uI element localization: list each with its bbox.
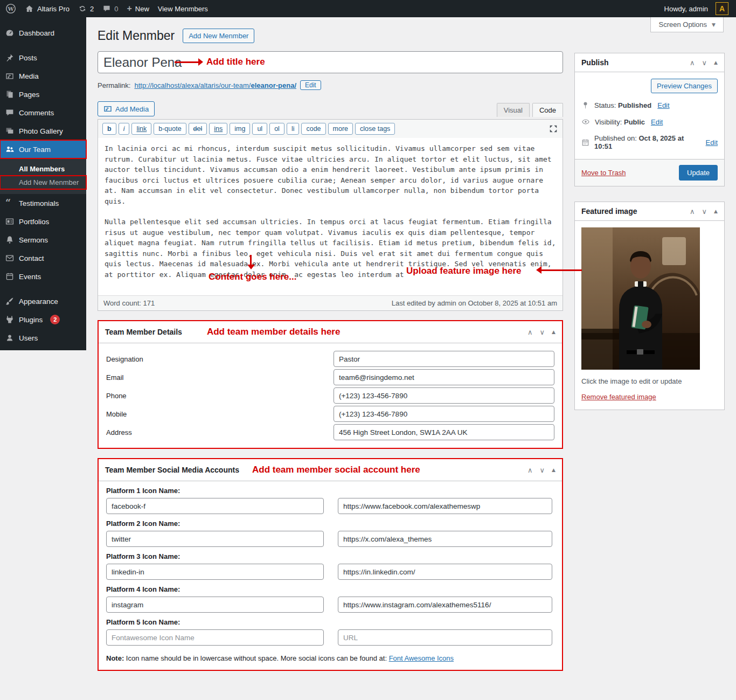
editor-status-bar: Word count: 171 Last edited by admin on … — [98, 295, 563, 310]
edit-published-link[interactable]: Edit — [706, 138, 718, 147]
screen-options-button[interactable]: Screen Options ▼ — [650, 17, 724, 32]
tab-code[interactable]: Code — [532, 103, 563, 117]
add-media-button[interactable]: Add Media — [98, 101, 155, 116]
address-input[interactable] — [334, 424, 554, 440]
move-up-button[interactable]: ∧ — [690, 59, 695, 67]
sidebar-item-testimonials[interactable]: “ Testimonials — [0, 194, 86, 212]
field-label: Phone — [106, 392, 334, 400]
add-new-member-button[interactable]: Add New Menmber — [183, 29, 254, 43]
phone-input[interactable] — [334, 387, 554, 404]
annotation-left-arrow-line — [540, 269, 582, 271]
sidebar-item-posts[interactable]: Posts — [0, 48, 86, 67]
move-down-button[interactable]: ∨ — [702, 59, 707, 67]
platform2-icon-input[interactable] — [106, 531, 324, 547]
detail-field-row: Email — [106, 369, 554, 385]
quicktag-ol-button[interactable]: ol — [269, 123, 284, 135]
font-awesome-link[interactable]: Font Awesome Icons — [389, 654, 454, 662]
platform3-url-input[interactable] — [338, 564, 552, 580]
quicktag-del-button[interactable]: del — [189, 123, 207, 135]
permalink-url[interactable]: http://localhost/alexa/altaris/our-team/… — [134, 81, 296, 89]
move-down-button[interactable]: ∨ — [702, 207, 707, 216]
sidebar-item-contact[interactable]: Contact — [0, 249, 86, 267]
platform-label: Platform 3 Icon Name: — [106, 552, 554, 560]
move-up-button[interactable]: ∧ — [527, 328, 533, 336]
submenu-all-members[interactable]: All Menmbers — [0, 162, 86, 176]
quicktag-li-button[interactable]: li — [287, 123, 300, 135]
comments-indicator[interactable]: 0 — [102, 4, 118, 13]
sidebar-item-photo-gallery[interactable]: Photo Gallery — [0, 122, 86, 140]
quicktag-closetags-button[interactable]: close tags — [355, 123, 395, 135]
sidebar-item-portfolios[interactable]: Portfolios — [0, 212, 86, 231]
detail-field-row: Mobile — [106, 406, 554, 422]
platform5-icon-input[interactable] — [106, 629, 324, 646]
platform4-url-input[interactable] — [338, 597, 552, 613]
email-input[interactable] — [334, 369, 554, 385]
move-down-button[interactable]: ∨ — [540, 466, 545, 474]
site-name-menu[interactable]: Altaris Pro — [25, 4, 70, 13]
platform1-icon-input[interactable] — [106, 498, 324, 514]
view-members-link[interactable]: View Menmbers — [158, 5, 208, 13]
chevron-down-icon: ▼ — [712, 22, 716, 27]
howdy-account-menu[interactable]: Howdy, admin A — [664, 2, 728, 15]
title-input[interactable] — [98, 51, 563, 73]
preview-changes-button[interactable]: Preview Changes — [651, 79, 718, 93]
toggle-panel-button[interactable]: ▲ — [714, 60, 718, 65]
updates-indicator[interactable]: 2 — [78, 4, 94, 13]
pages-icon — [5, 90, 14, 99]
howdy-text: Howdy, admin — [664, 5, 708, 13]
wordpress-logo-icon[interactable]: W — [5, 3, 16, 14]
quicktag-more-button[interactable]: more — [328, 123, 353, 135]
visibility-value: Public — [624, 118, 645, 126]
featured-image[interactable] — [581, 227, 700, 370]
sidebar-item-pages[interactable]: Pages — [0, 85, 86, 103]
sidebar-item-appearance[interactable]: Appearance — [0, 292, 86, 310]
sidebar-item-plugins[interactable]: Plugins 2 — [0, 310, 86, 329]
designation-input[interactable] — [334, 351, 554, 367]
calendar-icon — [581, 138, 589, 147]
sidebar-item-users[interactable]: Users — [0, 329, 86, 347]
platform4-icon-input[interactable] — [106, 597, 324, 613]
move-down-button[interactable]: ∨ — [540, 328, 545, 336]
media-icon — [103, 105, 112, 113]
move-up-button[interactable]: ∧ — [690, 207, 695, 216]
toggle-panel-button[interactable]: ▲ — [714, 209, 718, 214]
update-button[interactable]: Update — [679, 165, 718, 181]
site-name: Altaris Pro — [37, 5, 70, 13]
edit-status-link[interactable]: Edit — [657, 101, 669, 109]
move-up-button[interactable]: ∧ — [527, 466, 533, 474]
remove-featured-image-link[interactable]: Remove featured image — [581, 393, 656, 401]
quicktag-bold-button[interactable]: b — [102, 123, 116, 135]
permalink-row: Permalink: http://localhost/alexa/altari… — [98, 80, 563, 90]
sidebar-item-media[interactable]: Media — [0, 67, 86, 85]
fullscreen-icon[interactable] — [548, 124, 558, 134]
quicktag-bquote-button[interactable]: b-quote — [154, 123, 186, 135]
new-content-menu[interactable]: + New — [127, 4, 149, 13]
quicktag-code-button[interactable]: code — [301, 123, 325, 135]
quicktag-italic-button[interactable]: i — [119, 123, 130, 135]
quicktag-ul-button[interactable]: ul — [252, 123, 267, 135]
mobile-input[interactable] — [334, 406, 554, 422]
quicktag-link-button[interactable]: link — [131, 123, 151, 135]
sidebar-item-sermons[interactable]: Sermons — [0, 231, 86, 249]
edit-permalink-button[interactable]: Edit — [300, 80, 321, 90]
platform1-url-input[interactable] — [338, 498, 552, 514]
toggle-panel-button[interactable]: ▲ — [552, 329, 556, 335]
comment-icon — [102, 4, 111, 13]
quicktag-img-button[interactable]: img — [230, 123, 250, 135]
sidebar-item-dashboard[interactable]: Dashboard — [0, 24, 86, 42]
platform2-url-input[interactable] — [338, 531, 552, 547]
platform5-url-input[interactable] — [338, 629, 552, 646]
submenu-add-new-member[interactable]: Add New Menmber — [0, 176, 86, 189]
update-icon — [78, 4, 87, 13]
edit-visibility-link[interactable]: Edit — [651, 118, 663, 126]
tab-visual[interactable]: Visual — [497, 103, 530, 117]
sidebar-item-comments[interactable]: Comments — [0, 103, 86, 122]
published-on-row: Published on: Oct 8, 2025 at 10:51 Edit — [581, 134, 718, 150]
toggle-panel-button[interactable]: ▲ — [552, 467, 556, 473]
quicktag-ins-button[interactable]: ins — [209, 123, 227, 135]
move-to-trash-link[interactable]: Move to Trash — [581, 169, 626, 177]
sidebar-item-our-team[interactable]: Our Team — [0, 140, 86, 158]
sidebar-item-events[interactable]: Events — [0, 267, 86, 286]
platform-row — [106, 597, 554, 613]
platform3-icon-input[interactable] — [106, 564, 324, 580]
